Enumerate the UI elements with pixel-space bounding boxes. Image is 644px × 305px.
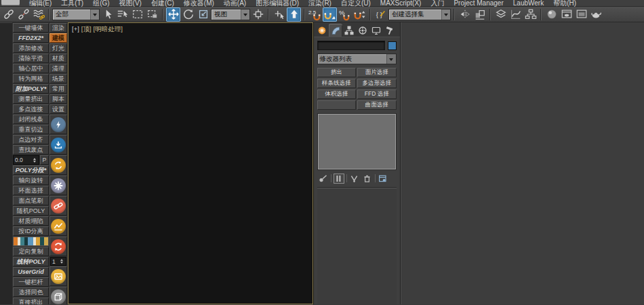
tab-create[interactable] [315,24,329,37]
sidebar-icon-button[interactable] [49,216,67,236]
sidebar-icon-button[interactable] [49,266,67,286]
tool-button[interactable]: 定向复制 [13,247,49,256]
viewport[interactable]: [+] [顶] [明暗处理] [68,22,313,304]
category-tab-scene[interactable]: 场景 [49,74,67,83]
tool-button[interactable]: 一键墙体 [13,23,49,33]
select-and-link-button[interactable] [1,7,16,22]
modifier-button-spline-select[interactable]: 样条线选择 [317,79,357,88]
p-button[interactable]: P [40,155,49,165]
poly-value-spinner[interactable]: 0.0 [13,155,39,165]
layer-manager-button[interactable] [494,7,508,22]
snaps-toggle-button[interactable]: 2.5 [308,7,322,22]
remove-modifier-button[interactable] [362,174,373,184]
bind-to-space-warp-button[interactable] [31,7,45,22]
align-button[interactable] [472,7,487,22]
unlink-selection-button[interactable] [16,7,31,22]
spinner-up-icon[interactable] [60,258,63,261]
material-editor-button[interactable] [544,7,559,22]
show-end-result-button[interactable] [334,174,344,184]
menu-customize[interactable]: 自定义(U) [336,0,376,7]
tool-button[interactable]: 查找废点 [13,145,49,155]
use-pivot-point-center-button[interactable] [251,7,265,22]
render-setup-button[interactable] [559,7,573,22]
menu-getting-started[interactable]: 入门 [426,0,449,7]
modifier-list-dropdown[interactable]: 修改器列表 [317,54,397,64]
tab-modify[interactable] [329,24,342,37]
select-object-button[interactable] [100,7,115,22]
menu-graph-editors[interactable]: 图形编辑器(D) [251,0,304,7]
object-color-swatch[interactable] [388,41,397,50]
tool-button[interactable]: UserGrid [13,267,49,277]
menu-project-manager[interactable]: Project Manager [449,0,508,7]
sidebar-icon-button[interactable] [49,155,67,175]
edit-named-selection-sets-button[interactable]: { } [374,7,388,22]
select-and-manipulate-button[interactable] [272,7,286,22]
menu-create[interactable]: 创建(C) [146,0,179,7]
select-and-move-button[interactable] [166,7,180,22]
modifier-stack-list[interactable] [318,114,396,169]
tool-button[interactable]: 轴向旋转 [13,176,49,185]
viewport-pov-menu[interactable]: [顶] [81,25,92,34]
select-by-name-button[interactable] [115,7,129,22]
tool-button[interactable]: FFD2X2* [13,33,49,43]
tool-button[interactable]: 材质塌陷 [13,216,49,226]
sidebar-icon-button[interactable] [49,237,67,256]
modifier-button-poly-select[interactable]: 多边形选择 [357,79,397,88]
tool-button[interactable]: 随机POLY [13,206,49,216]
modifier-button-surface-select[interactable]: 曲面选择 [357,100,397,110]
tool-button[interactable]: 添加修改 [13,43,49,53]
viewport-general-menu[interactable]: [+] [72,25,79,34]
modifier-button-empty[interactable] [317,100,357,110]
menu-views[interactable]: 视图(V) [115,0,146,7]
sidebar-icon-button[interactable] [49,287,67,304]
tool-button[interactable]: 附加POLY* [13,84,49,94]
percent-snap-toggle-button[interactable]: % [338,7,352,22]
category-tab-lights[interactable]: 灯光 [49,43,67,53]
menu-tools[interactable]: 工具(T) [56,0,88,7]
count-spinner[interactable]: 1 [50,257,66,266]
select-and-rotate-button[interactable] [181,7,195,22]
schematic-view-button[interactable] [523,7,538,22]
keyboard-shortcut-override-button[interactable] [287,7,301,22]
tool-button[interactable]: 环面选择 [13,186,49,195]
tool-button[interactable]: 面点笔刷 [13,196,49,205]
tool-button[interactable]: 测量挤出 [13,94,49,104]
tool-button[interactable]: 点边对齐 [13,135,49,144]
sidebar-icon-button[interactable] [49,115,67,134]
tool-button[interactable]: 选择同色 [13,287,49,297]
spinner-down-icon[interactable] [33,161,36,164]
category-tab-cleanup[interactable]: 清理 [49,64,67,73]
category-tab-common[interactable]: 常用 [49,84,67,94]
render-production-button[interactable] [589,7,603,22]
menu-animation[interactable]: 动画(A) [219,0,251,7]
mirror-button[interactable] [458,7,472,22]
configure-modifier-sets-button[interactable] [378,174,388,184]
curve-editor-button[interactable] [508,7,523,22]
window-crossing-button[interactable] [145,7,159,22]
sidebar-icon-button[interactable] [49,176,67,195]
modifier-button-extrude[interactable]: 挤出 [317,68,357,77]
rectangular-selection-region-button[interactable] [130,7,144,22]
menu-help[interactable]: 帮助(H) [548,0,581,7]
tool-button[interactable]: 按ID分离 [13,226,49,236]
tool-button[interactable]: 直接挤出 [13,298,49,304]
menu-laubwerk[interactable]: LaubWerk [508,0,548,7]
tool-button[interactable]: 多点连接 [13,104,49,114]
tool-button[interactable]: 转为网格 [13,74,49,83]
sidebar-icon-button[interactable] [49,196,67,216]
color-stripes-button[interactable] [13,237,49,246]
menu-maxscript[interactable]: MAXScript(X) [376,0,426,7]
reference-coordinate-system-dropdown[interactable]: 视图 [211,9,250,20]
angle-snap-toggle-button[interactable] [323,7,337,22]
sidebar-icon-button[interactable] [49,135,67,155]
tool-button[interactable]: POLY分段* [13,165,49,175]
category-tab-settings[interactable]: 设置 [49,104,67,114]
spinner-down-icon[interactable] [60,262,63,265]
tab-motion[interactable] [356,24,369,37]
category-tab-script[interactable]: 脚本 [49,94,67,104]
rendered-frame-window-button[interactable] [574,7,588,22]
spinner-up-icon[interactable] [33,157,36,160]
object-name-input[interactable] [317,41,385,50]
spinner-snap-toggle-button[interactable] [353,7,367,22]
menu-group[interactable]: 组(G) [88,0,114,7]
